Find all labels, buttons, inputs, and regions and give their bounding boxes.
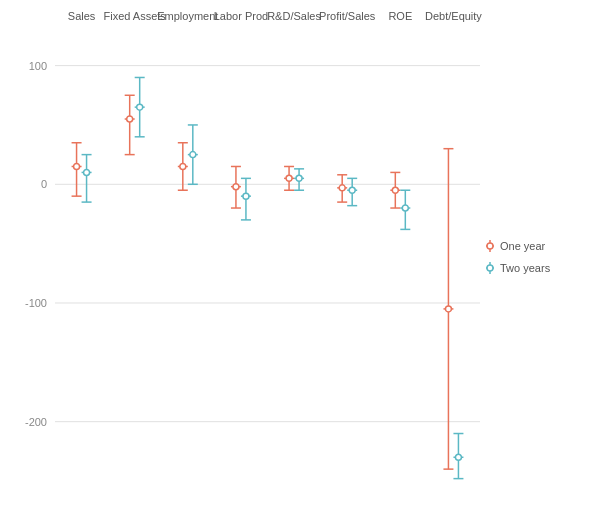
x-axis-label: ROE: [388, 10, 412, 22]
chart-container: 1000-100-200SalesFixed AssetsEmploymentL…: [0, 0, 600, 511]
svg-point-44: [243, 193, 249, 199]
svg-point-54: [296, 175, 302, 181]
svg-point-59: [339, 185, 345, 191]
svg-point-19: [127, 116, 133, 122]
svg-point-24: [137, 104, 143, 110]
x-axis-label: Profit/Sales: [319, 10, 376, 22]
svg-point-34: [190, 152, 196, 158]
svg-point-29: [180, 163, 186, 169]
x-axis-label: Sales: [68, 10, 96, 22]
svg-point-14: [84, 169, 90, 175]
x-axis-label: Debt/Equity: [425, 10, 482, 22]
legend-two-years: Two years: [500, 262, 551, 274]
svg-point-64: [349, 187, 355, 193]
svg-point-90: [487, 265, 493, 271]
svg-point-87: [487, 243, 493, 249]
svg-point-79: [445, 306, 451, 312]
svg-point-9: [74, 163, 80, 169]
svg-point-74: [402, 205, 408, 211]
y-axis-label: -200: [25, 416, 47, 428]
x-axis-label: Labor Prod: [214, 10, 268, 22]
svg-rect-0: [0, 0, 600, 511]
svg-point-84: [455, 454, 461, 460]
y-axis-label: -100: [25, 297, 47, 309]
chart-svg: 1000-100-200SalesFixed AssetsEmploymentL…: [0, 0, 600, 511]
x-axis-label: R&D/Sales: [267, 10, 321, 22]
svg-point-69: [392, 187, 398, 193]
y-axis-label: 0: [41, 178, 47, 190]
x-axis-label: Employment: [157, 10, 218, 22]
svg-point-49: [286, 175, 292, 181]
svg-point-39: [233, 184, 239, 190]
y-axis-label: 100: [29, 60, 47, 72]
legend-one-year: One year: [500, 240, 546, 252]
